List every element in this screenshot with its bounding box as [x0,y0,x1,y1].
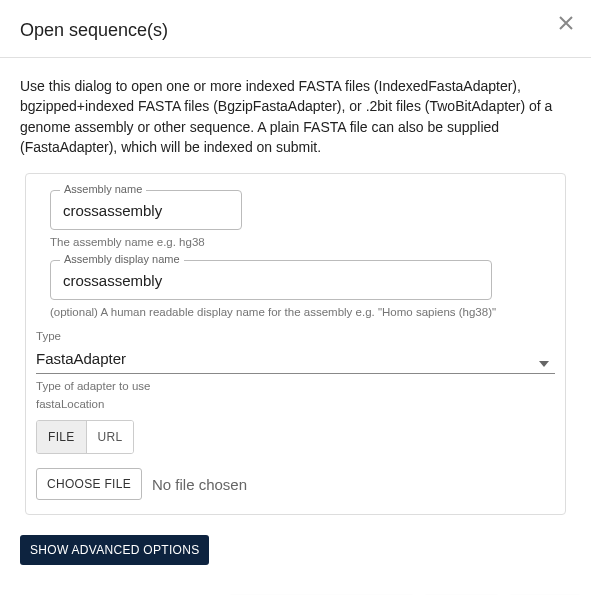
assembly-name-field-wrap: Assembly name [36,190,555,230]
no-file-chosen-text: No file chosen [152,476,247,493]
close-icon [557,14,575,32]
assembly-display-helper: (optional) A human readable display name… [36,300,555,322]
location-source-toggle: FILE URL [36,420,134,454]
choose-file-button[interactable]: CHOOSE FILE [36,468,142,500]
assembly-card: Assembly name The assembly name e.g. hg3… [25,173,566,515]
assembly-name-input[interactable] [50,190,242,230]
type-select-value: FastaAdapter [36,350,126,367]
tab-file[interactable]: FILE [37,421,86,453]
assembly-name-outlined: Assembly name [50,190,242,230]
assembly-name-helper: The assembly name e.g. hg38 [36,230,555,252]
file-chooser-row: CHOOSE FILE No file chosen [36,468,555,500]
type-helper: Type of adapter to use [36,380,555,392]
fasta-location-label: fastaLocation [36,398,555,410]
close-button[interactable] [553,10,579,36]
dialog-description: Use this dialog to open one or more inde… [20,76,571,157]
assembly-display-input[interactable] [50,260,492,300]
assembly-display-label: Assembly display name [60,253,184,265]
chevron-down-icon [539,361,549,367]
show-advanced-options-button[interactable]: SHOW ADVANCED OPTIONS [20,535,209,565]
type-section: Type FastaAdapter Type of adapter to use… [36,330,555,500]
dialog-actions: ADD ANOTHER ASSEMBLY CANCEL SUBMIT [0,565,591,595]
dialog-header: Open sequence(s) [0,0,591,57]
dialog-title: Open sequence(s) [20,20,571,41]
type-select[interactable]: FastaAdapter [36,348,555,374]
assembly-display-field-wrap: Assembly display name [36,260,555,300]
type-label: Type [36,330,555,342]
assembly-name-label: Assembly name [60,183,146,195]
assembly-display-outlined: Assembly display name [50,260,492,300]
tab-url[interactable]: URL [86,421,134,453]
dialog-body: Use this dialog to open one or more inde… [0,58,591,535]
